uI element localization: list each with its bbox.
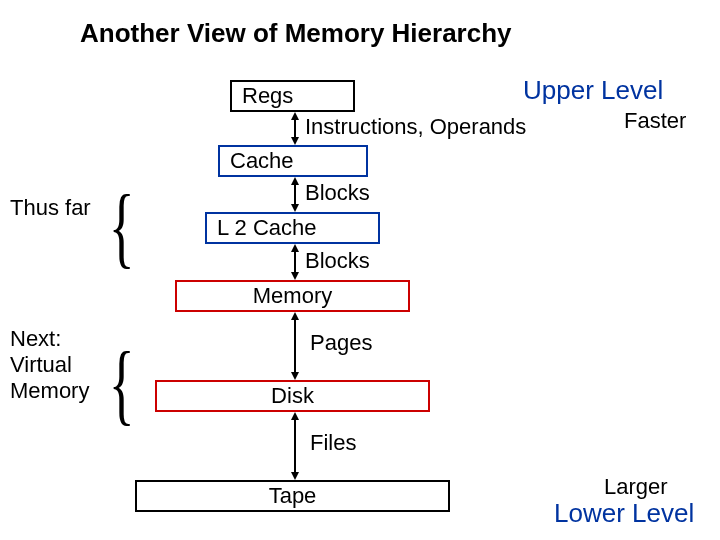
svg-marker-13: [291, 412, 299, 420]
pages-label: Pages: [310, 330, 372, 356]
instr-operands-label: Instructions, Operands: [305, 114, 526, 140]
svg-marker-4: [291, 177, 299, 185]
arrow-l2-memory: [288, 244, 302, 280]
svg-marker-11: [291, 372, 299, 380]
blocks2-label: Blocks: [305, 248, 370, 274]
slide-title: Another View of Memory Hierarchy: [80, 18, 512, 49]
upper-level-label: Upper Level: [523, 75, 663, 106]
next-label-1: Next:: [10, 326, 61, 352]
brace-thus-far: {: [109, 200, 135, 254]
larger-label: Larger: [604, 474, 668, 500]
svg-marker-8: [291, 272, 299, 280]
arrow-memory-disk: [288, 312, 302, 380]
regs-box: Regs: [230, 80, 355, 112]
lower-level-label: Lower Level: [554, 498, 694, 529]
blocks1-label: Blocks: [305, 180, 370, 206]
next-label-2: Virtual: [10, 352, 72, 378]
svg-marker-1: [291, 112, 299, 120]
svg-marker-2: [291, 137, 299, 145]
cache-box: Cache: [218, 145, 368, 177]
arrow-regs-cache: [288, 112, 302, 145]
arrow-cache-l2: [288, 177, 302, 212]
brace-next: {: [109, 357, 135, 411]
memory-box: Memory: [175, 280, 410, 312]
tape-box: Tape: [135, 480, 450, 512]
l2-cache-box: L 2 Cache: [205, 212, 380, 244]
arrow-disk-tape: [288, 412, 302, 480]
thus-far-label: Thus far: [10, 195, 91, 221]
next-label-3: Memory: [10, 378, 89, 404]
disk-box: Disk: [155, 380, 430, 412]
svg-marker-5: [291, 204, 299, 212]
svg-marker-10: [291, 312, 299, 320]
svg-marker-14: [291, 472, 299, 480]
files-label: Files: [310, 430, 356, 456]
faster-label: Faster: [624, 108, 686, 134]
svg-marker-7: [291, 244, 299, 252]
